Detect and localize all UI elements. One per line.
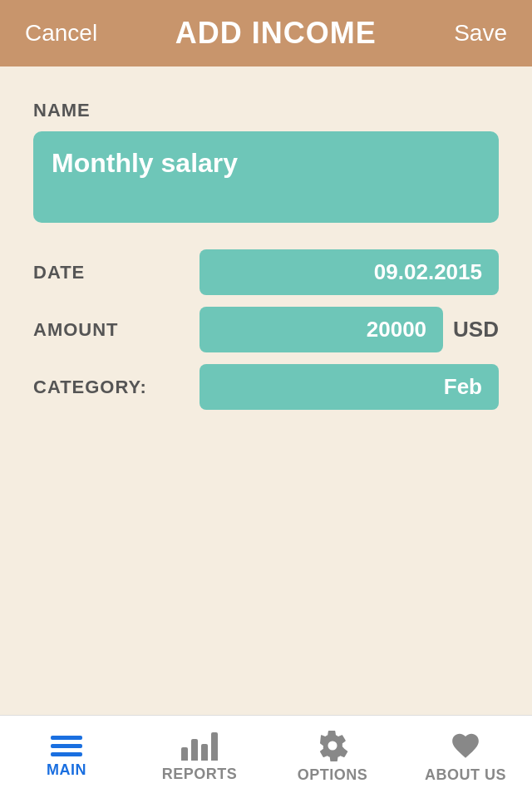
name-value: Monthly salary — [52, 148, 238, 178]
category-label: CATEGORY: — [33, 377, 200, 398]
app-header: Cancel ADD INCOME Save — [0, 0, 532, 66]
name-label: NAME — [33, 100, 499, 121]
nav-options-label: OPTIONS — [298, 766, 368, 784]
date-label: DATE — [33, 262, 200, 283]
date-value: 09.02.2015 — [374, 259, 482, 284]
name-input[interactable]: Monthly salary — [33, 131, 499, 223]
nav-item-options[interactable]: OPTIONS — [266, 730, 399, 784]
bottom-navigation: MAIN REPORTS OPTIONS About us — [0, 715, 532, 798]
nav-main-label: MAIN — [47, 761, 86, 779]
cancel-button[interactable]: Cancel — [25, 20, 97, 47]
date-row: DATE 09.02.2015 — [33, 249, 499, 295]
bar-chart-icon — [181, 731, 218, 761]
heart-icon — [450, 730, 481, 761]
nav-item-about[interactable]: About us — [399, 730, 532, 784]
amount-wrapper: 20000 USD — [200, 307, 499, 352]
hamburger-icon — [51, 736, 82, 756]
page-title: ADD INCOME — [175, 16, 377, 51]
date-input[interactable]: 09.02.2015 — [200, 249, 499, 295]
main-content: NAME Monthly salary DATE 09.02.2015 AMOU… — [0, 66, 532, 455]
nav-reports-label: REPORTS — [162, 766, 238, 783]
amount-value: 20000 — [367, 317, 426, 342]
currency-label: USD — [453, 317, 499, 342]
save-button[interactable]: Save — [454, 20, 507, 47]
nav-item-main[interactable]: MAIN — [0, 736, 133, 779]
amount-row: AMOUNT 20000 USD — [33, 307, 499, 352]
gear-icon — [317, 730, 348, 761]
category-input[interactable]: Feb — [200, 364, 499, 410]
amount-label: AMOUNT — [33, 319, 200, 341]
category-value: Feb — [444, 374, 482, 399]
nav-item-reports[interactable]: REPORTS — [133, 731, 266, 783]
nav-about-label: About us — [425, 766, 506, 784]
category-row: CATEGORY: Feb — [33, 364, 499, 410]
amount-input[interactable]: 20000 — [200, 307, 443, 352]
